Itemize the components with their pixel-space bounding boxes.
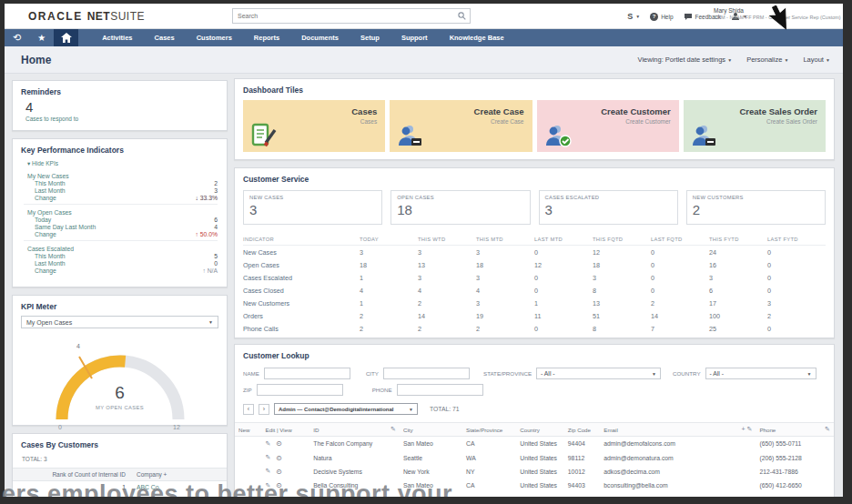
kpi-row-label[interactable]: Change xyxy=(35,231,56,237)
col-state[interactable]: State/Province xyxy=(462,422,516,437)
cell-id[interactable]: The Falcon Company xyxy=(309,437,400,450)
stat-cases-escalated[interactable]: CASES ESCALATED3 xyxy=(539,190,678,225)
help-icon[interactable]: ? xyxy=(650,13,658,21)
kpi-row-label[interactable]: Last Month xyxy=(35,187,66,194)
shortcuts-icon[interactable]: S xyxy=(627,12,633,21)
cell-id[interactable]: Decisive Systems xyxy=(309,465,400,479)
tile-create-customer[interactable]: Create CustomerCreate Customer xyxy=(537,100,679,152)
layout-dropdown[interactable]: Layout ▼ xyxy=(803,55,830,64)
stat-open-cases[interactable]: OPEN CASES18 xyxy=(390,190,530,225)
nav-item-knowledge-base[interactable]: Knowledge Base xyxy=(439,29,515,46)
svc-col-header[interactable]: THIS FQTD xyxy=(593,234,651,246)
nav-item-customers[interactable]: Customers xyxy=(186,29,243,46)
kpi-group-name[interactable]: My Open Cases xyxy=(27,207,218,216)
svc-col-header[interactable]: INDICATOR xyxy=(243,234,360,246)
cell-id[interactable]: Natura xyxy=(309,450,400,464)
col-rank[interactable]: Rank of Count of Internal ID xyxy=(13,469,131,480)
global-search[interactable] xyxy=(232,8,471,24)
nav-item-support[interactable]: Support xyxy=(390,29,439,46)
customer-service-title: Customer Service xyxy=(235,168,834,186)
svc-col-header[interactable]: THIS WTD xyxy=(418,234,476,246)
edit-column-icon[interactable]: + ✎ xyxy=(741,426,752,432)
nav-item-activities[interactable]: Activities xyxy=(91,29,143,46)
home-tab[interactable] xyxy=(54,29,78,46)
kpi-group-name[interactable]: Cases Escalated xyxy=(27,244,218,252)
svc-row-indicator[interactable]: New Customers xyxy=(243,297,360,309)
nav-item-cases[interactable]: Cases xyxy=(144,29,186,46)
state-select[interactable]: - All - ▼ xyxy=(536,368,661,379)
view-icon[interactable]: ⊙ xyxy=(276,468,281,476)
col-zip[interactable]: Zip Code xyxy=(564,422,600,437)
personalize-dropdown[interactable]: Personalize ▼ xyxy=(746,55,788,64)
view-icon[interactable]: ⊙ xyxy=(276,454,281,462)
kpi-row-label[interactable]: This Month xyxy=(35,253,66,259)
kpi-row-label[interactable]: This Month xyxy=(35,180,66,186)
cell-email[interactable]: adkos@decima.com xyxy=(600,465,756,479)
zip-field[interactable] xyxy=(257,384,343,396)
edit-column-icon[interactable]: ✎ xyxy=(825,426,830,432)
svc-col-header[interactable]: LAST MTD xyxy=(534,234,593,246)
name-field[interactable] xyxy=(264,368,350,379)
recent-records-icon[interactable]: ⟲ xyxy=(5,29,29,46)
svc-cell: 11 xyxy=(534,309,593,322)
next-page-button[interactable]: › xyxy=(259,404,269,415)
shortcuts-star-icon[interactable]: ★ xyxy=(29,29,54,46)
col-edit-view[interactable]: Edit | View xyxy=(262,422,310,437)
col-city[interactable]: City xyxy=(400,422,462,437)
cell-email[interactable]: admin@demofalcons.com xyxy=(600,437,756,450)
city-field[interactable] xyxy=(383,368,470,379)
tile-create-case[interactable]: Create CaseCreate Case xyxy=(390,100,532,152)
svc-row-indicator[interactable]: New Cases xyxy=(243,246,360,258)
svc-cell: 3 xyxy=(476,246,534,258)
edit-icon[interactable]: ✎ xyxy=(266,454,271,461)
prev-page-button[interactable]: ‹ xyxy=(243,404,254,415)
shortcuts-menu[interactable]: S ▼ xyxy=(627,12,640,21)
kpi-row-label[interactable]: Same Day Last Month xyxy=(35,224,96,230)
help-menu[interactable]: ? Help xyxy=(650,13,673,21)
svc-col-header[interactable]: LAST FQTD xyxy=(651,234,709,246)
svc-row-indicator[interactable]: Cases Closed xyxy=(243,284,360,297)
edit-column-icon[interactable]: ✎ xyxy=(390,426,396,432)
kpi-group-name[interactable]: My New Cases xyxy=(27,171,218,179)
svc-col-header[interactable]: THIS FYTD xyxy=(709,234,767,246)
nav-item-reports[interactable]: Reports xyxy=(243,29,290,46)
tile-create-sales-order[interactable]: Create Sales OrderCreate Sales Order xyxy=(684,100,826,152)
svc-row-indicator[interactable]: Cases Escalated xyxy=(243,271,360,284)
viewing-settings-dropdown[interactable]: Viewing: Portlet date settings ▼ xyxy=(638,55,733,64)
search-icon[interactable] xyxy=(458,12,466,20)
kpi-row-label[interactable]: Today xyxy=(35,217,51,223)
view-icon[interactable]: ⊙ xyxy=(276,439,281,448)
kpi-meter-select[interactable]: My Open Cases ▼ xyxy=(21,316,218,328)
reminders-link[interactable]: Cases to respond to xyxy=(13,115,227,122)
edit-icon[interactable]: ✎ xyxy=(266,468,271,475)
col-phone[interactable]: Phone✎ xyxy=(756,422,834,437)
country-select[interactable]: - All - ▼ xyxy=(705,368,816,379)
stat-new-cases[interactable]: NEW CASES3 xyxy=(243,190,382,225)
nav-item-setup[interactable]: Setup xyxy=(350,29,390,46)
svc-row-indicator[interactable]: Orders xyxy=(243,309,360,322)
col-email[interactable]: Email+ ✎ xyxy=(600,422,756,437)
hide-kpis-toggle[interactable]: ▾ Hide KPIs xyxy=(13,157,227,169)
search-input[interactable] xyxy=(233,13,458,19)
col-new[interactable]: New xyxy=(235,422,262,437)
col-company[interactable]: Company + xyxy=(131,469,227,480)
svc-col-header[interactable]: LAST FYTD xyxy=(767,234,826,246)
svc-col-header[interactable]: TODAY xyxy=(360,234,418,246)
phone-field[interactable] xyxy=(397,384,483,396)
kpi-row-label[interactable]: Change xyxy=(35,267,56,274)
nav-item-documents[interactable]: Documents xyxy=(290,29,350,46)
feedback-icon[interactable] xyxy=(684,13,693,21)
col-country[interactable]: Country xyxy=(516,422,564,437)
tile-cases[interactable]: CasesCases xyxy=(243,100,385,152)
cell-email[interactable]: admin@demonatura.com xyxy=(600,450,756,464)
svc-row-indicator[interactable]: Open Cases xyxy=(243,258,360,271)
kpi-row-label[interactable]: Last Month xyxy=(35,260,66,267)
cell-edit-view: ✎⊙ xyxy=(262,465,310,479)
kpi-row-label[interactable]: Change xyxy=(35,195,56,201)
col-id[interactable]: ID✎ xyxy=(309,422,400,437)
saved-view-select[interactable]: Admin — Contact@Demodigitalinternational… xyxy=(274,403,418,415)
svc-row-indicator[interactable]: Phone Calls xyxy=(243,322,360,335)
svc-col-header[interactable]: THIS MTD xyxy=(476,234,534,246)
stat-new-customers[interactable]: NEW CUSTOMERS2 xyxy=(686,190,826,225)
edit-icon[interactable]: ✎ xyxy=(266,440,271,448)
